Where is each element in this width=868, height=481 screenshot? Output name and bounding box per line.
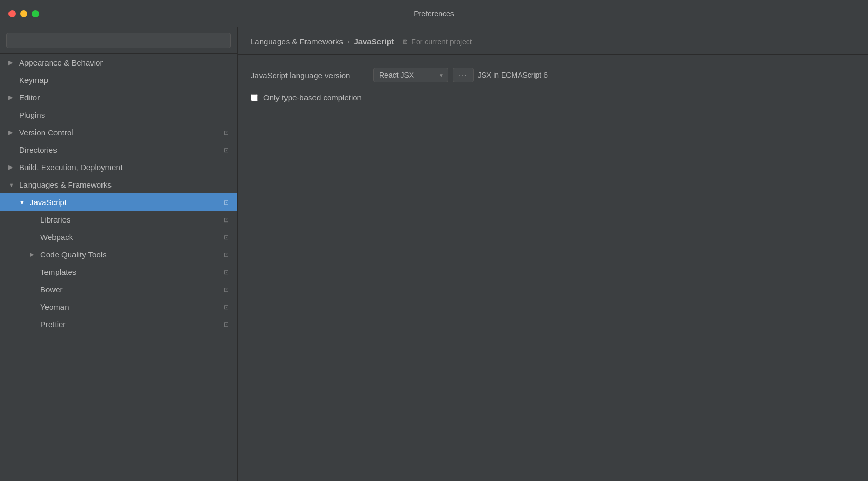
dropdown-wrapper: React JSX ECMAScript 6 ECMAScript 5.1 EC…: [373, 68, 548, 82]
project-icon: ⊡: [224, 129, 229, 136]
sidebar-item-version-control[interactable]: ▶ Version Control ⊡: [0, 124, 237, 141]
arrow-icon: ▶: [8, 59, 15, 66]
sidebar-item-label: Webpack: [40, 233, 224, 242]
breadcrumb-project-label: For current project: [411, 38, 472, 46]
breadcrumb-project: 🗎 For current project: [402, 38, 472, 46]
breadcrumb-current: JavaScript: [354, 37, 394, 46]
language-version-label: JavaScript language version: [251, 71, 367, 80]
content-area: Languages & Frameworks › JavaScript 🗎 Fo…: [238, 27, 868, 481]
sidebar-item-build[interactable]: ▶ Build, Execution, Deployment: [0, 159, 237, 176]
dropdown-container: React JSX ECMAScript 6 ECMAScript 5.1 EC…: [373, 68, 448, 82]
project-icon: ⊡: [224, 269, 229, 276]
sidebar-item-label: Bower: [40, 285, 224, 294]
language-version-dropdown[interactable]: React JSX ECMAScript 6 ECMAScript 5.1 EC…: [373, 68, 448, 82]
sidebar-item-label: Yeoman: [40, 302, 224, 311]
project-icon: ⊡: [224, 234, 229, 241]
project-icon: ⊡: [224, 321, 229, 328]
sidebar-item-label: Plugins: [19, 110, 229, 119]
titlebar: Preferences: [0, 0, 868, 27]
sidebar-item-label: Version Control: [19, 128, 224, 137]
breadcrumb-separator: ›: [347, 38, 349, 45]
sidebar-item-label: Libraries: [40, 215, 224, 224]
maximize-button[interactable]: [32, 10, 39, 17]
arrow-icon: ▶: [8, 164, 15, 171]
main-layout: 🔍▾ ▶ Appearance & Behavior Keymap ▶ Edit…: [0, 27, 868, 481]
arrow-icon: ▶: [8, 129, 15, 136]
sidebar: 🔍▾ ▶ Appearance & Behavior Keymap ▶ Edit…: [0, 27, 238, 481]
sidebar-item-webpack[interactable]: Webpack ⊡: [0, 228, 237, 246]
breadcrumb-parent: Languages & Frameworks: [251, 37, 343, 46]
sidebar-item-directories[interactable]: Directories ⊡: [0, 141, 237, 159]
search-wrapper: 🔍▾: [6, 33, 231, 48]
ellipsis-button[interactable]: ···: [453, 68, 474, 82]
window-title: Preferences: [414, 10, 454, 18]
sidebar-item-keymap[interactable]: Keymap: [0, 71, 237, 89]
sidebar-item-templates[interactable]: Templates ⊡: [0, 263, 237, 281]
sidebar-item-label: Code Quality Tools: [40, 250, 224, 259]
sidebar-item-code-quality[interactable]: ▶ Code Quality Tools ⊡: [0, 246, 237, 263]
arrow-icon: ▶: [30, 251, 36, 258]
type-based-completion-row: Only type-based completion: [251, 93, 855, 102]
version-info-label: JSX in ECMAScript 6: [478, 71, 548, 79]
search-input[interactable]: [6, 33, 231, 48]
arrow-icon: ▼: [19, 199, 25, 206]
type-based-completion-checkbox[interactable]: [251, 94, 258, 101]
sidebar-item-label: Editor: [19, 93, 229, 102]
sidebar-item-label: JavaScript: [30, 198, 224, 207]
arrow-icon: ▼: [8, 182, 15, 188]
sidebar-item-label: Directories: [19, 145, 224, 154]
sidebar-item-appearance[interactable]: ▶ Appearance & Behavior: [0, 54, 237, 71]
sidebar-item-editor[interactable]: ▶ Editor: [0, 89, 237, 106]
sidebar-item-label: Appearance & Behavior: [19, 58, 229, 67]
close-button[interactable]: [8, 10, 16, 17]
project-icon: ⊡: [224, 286, 229, 293]
project-icon: ⊡: [224, 251, 229, 258]
sidebar-item-prettier[interactable]: Prettier ⊡: [0, 316, 237, 333]
sidebar-item-libraries[interactable]: Libraries ⊡: [0, 211, 237, 228]
sidebar-item-label: Keymap: [19, 76, 229, 85]
project-settings-icon: 🗎: [402, 38, 409, 45]
sidebar-item-label: Build, Execution, Deployment: [19, 163, 229, 172]
sidebar-item-bower[interactable]: Bower ⊡: [0, 281, 237, 298]
sidebar-item-yeoman[interactable]: Yeoman ⊡: [0, 298, 237, 316]
minimize-button[interactable]: [20, 10, 27, 17]
search-bar: 🔍▾: [0, 27, 237, 54]
language-version-row: JavaScript language version React JSX EC…: [251, 68, 855, 82]
project-icon: ⊡: [224, 303, 229, 311]
project-icon: ⊡: [224, 146, 229, 154]
sidebar-item-label: Templates: [40, 267, 224, 276]
arrow-icon: ▶: [8, 94, 15, 101]
sidebar-item-javascript[interactable]: ▼ JavaScript ⊡: [0, 193, 237, 211]
project-icon: ⊡: [224, 199, 229, 206]
settings-body: JavaScript language version React JSX EC…: [238, 55, 868, 481]
sidebar-item-label: Languages & Frameworks: [19, 180, 229, 189]
sidebar-item-label: Prettier: [40, 320, 224, 329]
sidebar-item-plugins[interactable]: Plugins: [0, 106, 237, 124]
sidebar-item-languages-frameworks[interactable]: ▼ Languages & Frameworks: [0, 176, 237, 193]
project-icon: ⊡: [224, 216, 229, 224]
type-based-completion-label: Only type-based completion: [263, 93, 362, 102]
window-controls: [8, 10, 39, 17]
breadcrumb: Languages & Frameworks › JavaScript 🗎 Fo…: [238, 27, 868, 55]
